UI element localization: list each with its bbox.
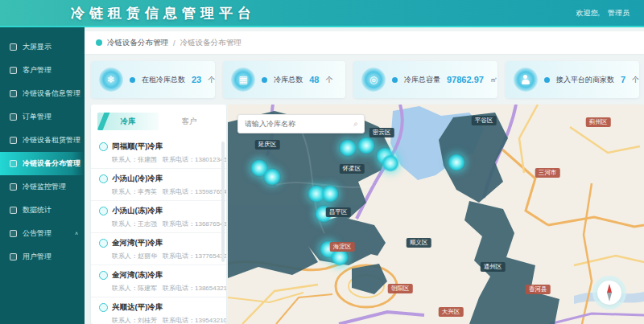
merchant-icon xyxy=(514,68,538,92)
phone-label: 联系电话： xyxy=(163,317,195,324)
storage-list-item[interactable]: 兴顺达(平)冷库 联系人：刘桂芳 联系电话：13954321098 xyxy=(91,297,226,324)
header-user-area[interactable]: 欢迎您, 管理员 xyxy=(576,8,630,18)
storage-marker-icon xyxy=(99,303,108,312)
stat-card-merchants: 接入平台的商家数 7 个 xyxy=(506,61,639,98)
storage-list-item[interactable]: 金河湾(平)冷库 联系人：赵丽华 联系电话：13776543210 xyxy=(91,233,226,265)
breadcrumb-current: 冷链设备分布管理 xyxy=(180,38,242,48)
phone-label: 联系电话： xyxy=(163,188,195,195)
panel-tabs: 冷库 客户 xyxy=(97,111,220,132)
tab-storages[interactable]: 冷库 xyxy=(97,113,159,130)
contact-label: 联系人： xyxy=(112,285,138,292)
storage-name: 兴顺达(平)冷库 xyxy=(112,302,163,313)
username[interactable]: 管理员 xyxy=(608,8,630,18)
sidebar-item-rental[interactable]: 冷链设备租赁管理 xyxy=(0,129,85,152)
phone-label: 联系电话： xyxy=(163,252,195,260)
storage-list-item[interactable]: 同福顺(平)冷库 联系人：张建国 联系电话：13801234567 xyxy=(91,137,226,169)
contact-phone: 13865432109 xyxy=(195,285,226,292)
storage-map-marker[interactable] xyxy=(448,154,465,171)
contact-name: 陈建军 xyxy=(138,285,157,292)
district-label: 三河市 xyxy=(535,168,560,178)
storage-marker-icon xyxy=(99,271,108,280)
map-search-box: ⌕ xyxy=(237,114,365,133)
sidebar-item-label: 用户管理 xyxy=(23,252,52,262)
storage-list-item[interactable]: 小汤山(冷)冷库 联系人：李秀英 联系电话：13598765432 xyxy=(91,169,226,201)
map-search-input[interactable] xyxy=(238,120,348,128)
device-info-icon xyxy=(10,90,17,97)
sidebar-item-dashboard[interactable]: 大屏显示 xyxy=(0,35,85,59)
capacity-icon: ◎ xyxy=(361,68,386,92)
district-label: 海淀区 xyxy=(330,242,355,252)
breadcrumb-dot-icon xyxy=(96,39,102,46)
sidebar-item-customers[interactable]: 客户管理 xyxy=(0,59,85,82)
welcome-text: 欢迎您, xyxy=(576,8,600,18)
stat-card-total-storages: ▦ 冷库总数 48 个 xyxy=(223,61,345,98)
storage-name: 同福顺(平)冷库 xyxy=(112,141,163,152)
sidebar: 大屏显示 客户管理 冷链设备信息管理 订单管理 冷链设备租赁管理 冷链设备分布管… xyxy=(0,27,85,324)
district-label: 通州区 xyxy=(481,262,506,272)
storage-name: 金河湾(冻)冷库 xyxy=(112,270,163,281)
stat-label: 冷库总容量 xyxy=(404,75,440,85)
sidebar-item-device-info[interactable]: 冷链设备信息管理 xyxy=(0,82,85,105)
phone-label: 联系电话： xyxy=(163,220,195,228)
map-canvas[interactable]: 延庆区 怀柔区 密云区 平谷区 昌平区 顺义区 通州区 海淀区 朝阳区 三河市 … xyxy=(228,105,644,324)
storage-map-marker[interactable] xyxy=(382,154,399,172)
storage-marker-icon xyxy=(99,174,108,183)
breadcrumb-first[interactable]: 冷链设备分布管理 xyxy=(107,38,168,48)
distribution-icon xyxy=(10,160,17,167)
storage-list: 同福顺(平)冷库 联系人：张建国 联系电话：13801234567 小汤山(冷)… xyxy=(91,137,226,324)
storage-map-marker[interactable] xyxy=(357,137,375,154)
phone-label: 联系电话： xyxy=(163,285,195,292)
district-label: 怀柔区 xyxy=(340,164,365,174)
cold-storage-icon: ❄ xyxy=(99,68,123,92)
main-content: 冷链设备分布管理 / 冷链设备分布管理 ❄ 在租冷库总数 23 个 ▦ 冷库总数… xyxy=(85,27,644,324)
storage-marker-icon xyxy=(99,142,108,151)
sidebar-item-monitoring[interactable]: 冷链监控管理 xyxy=(0,175,85,199)
storage-marker-icon xyxy=(99,239,108,248)
stat-label: 在租冷库总数 xyxy=(142,75,185,85)
phone-label: 联系电话： xyxy=(163,156,195,163)
storage-map-marker[interactable] xyxy=(263,168,281,186)
sidebar-item-statistics[interactable]: 数据统计 xyxy=(0,199,85,222)
app-header: 冷链租赁信息管理平台 欢迎您, 管理员 xyxy=(0,0,644,27)
warehouse-icon: ▦ xyxy=(231,68,255,92)
sidebar-item-orders[interactable]: 订单管理 xyxy=(0,105,85,129)
contact-name: 张建国 xyxy=(138,156,157,163)
breadcrumb-separator: / xyxy=(173,39,175,47)
tab-customers[interactable]: 客户 xyxy=(159,113,220,130)
sidebar-item-distribution[interactable]: 冷链设备分布管理 xyxy=(0,152,85,175)
storage-map-marker[interactable] xyxy=(321,185,339,203)
contact-name: 王志强 xyxy=(138,220,157,228)
storage-name: 小汤山(冷)冷库 xyxy=(112,174,163,184)
stat-value: 97862.97 xyxy=(447,75,484,84)
storage-list-item[interactable]: 金河湾(冻)冷库 联系人：陈建军 联系电话：13865432109 xyxy=(91,265,226,297)
stat-value: 7 xyxy=(621,75,625,84)
district-label: 延庆区 xyxy=(255,140,280,150)
stat-unit: 个 xyxy=(326,75,333,85)
sidebar-item-label: 大屏显示 xyxy=(23,42,52,52)
stat-cards-row: ❄ 在租冷库总数 23 个 ▦ 冷库总数 48 个 ◎ 冷库总容量 97862.… xyxy=(91,61,639,98)
stat-dot-icon xyxy=(130,77,135,83)
contact-label: 联系人： xyxy=(112,220,138,228)
contact-name: 刘桂芳 xyxy=(138,317,157,324)
contact-label: 联系人： xyxy=(112,188,138,195)
storage-map-marker[interactable] xyxy=(339,139,357,157)
stat-unit: 个 xyxy=(208,75,215,85)
chevron-up-icon: ˄ xyxy=(75,231,78,236)
search-icon[interactable]: ⌕ xyxy=(348,119,364,129)
stat-dot-icon xyxy=(262,77,267,83)
sidebar-item-users[interactable]: 用户管理 xyxy=(0,245,85,269)
stat-unit: 个 xyxy=(632,75,639,85)
announcements-icon xyxy=(10,230,17,237)
district-label: 香河县 xyxy=(526,285,551,294)
sidebar-item-label: 冷链设备分布管理 xyxy=(23,158,80,169)
district-label: 大兴区 xyxy=(439,307,464,317)
contact-label: 联系人： xyxy=(112,156,138,163)
map-compass-control[interactable] xyxy=(597,281,621,305)
storage-list-item[interactable]: 小汤山(冻)冷库 联系人：王志强 联系电话：13687654321 xyxy=(91,201,226,233)
district-label: 昌平区 xyxy=(326,207,351,217)
person-icon xyxy=(521,75,530,84)
sidebar-item-announcements[interactable]: 公告管理 ˄ xyxy=(0,222,85,245)
customers-icon xyxy=(10,67,17,74)
contact-label: 联系人： xyxy=(112,252,138,260)
list-scrollbar[interactable] xyxy=(221,141,225,262)
